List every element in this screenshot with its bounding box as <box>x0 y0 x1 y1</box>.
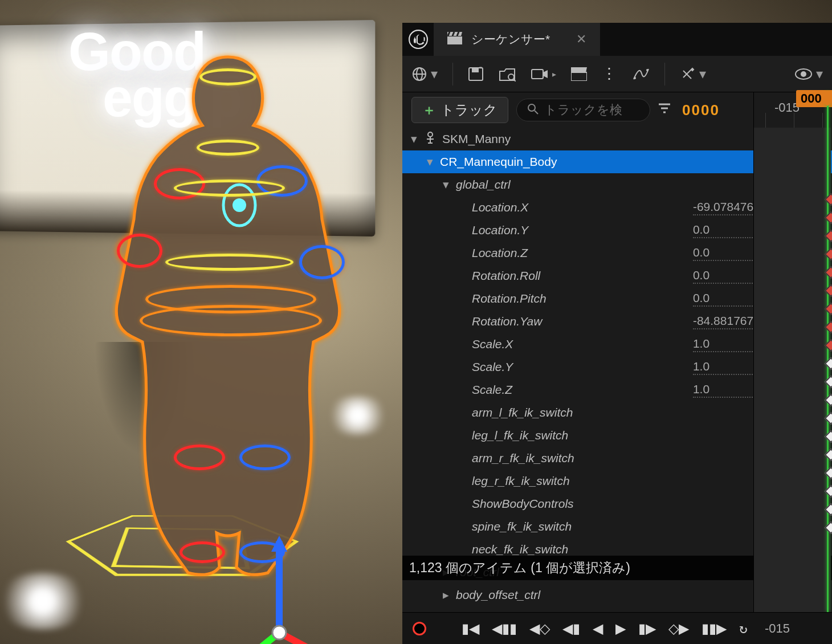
prev-key-button[interactable]: ◀▮▮ <box>492 621 517 637</box>
track-label: thigh_l_fk_ctrl <box>456 611 784 612</box>
tab-title: シーケンサー* <box>471 31 550 47</box>
expand-caret-icon[interactable] <box>441 611 450 612</box>
svg-point-29 <box>646 69 649 71</box>
unreal-logo-icon[interactable] <box>402 23 434 56</box>
expand-caret-icon[interactable] <box>441 588 450 602</box>
save-icon[interactable]: * <box>468 67 484 81</box>
step-fwd-button[interactable]: ▮▶ <box>638 621 656 637</box>
track-label: Rotation.Pitch <box>472 292 687 305</box>
track-label: Scale.Z <box>472 383 687 397</box>
timeline-footer: -015 <box>753 612 832 644</box>
playhead[interactable] <box>827 92 829 612</box>
tab-bar: シーケンサー* ✕ <box>402 23 832 56</box>
prev-key-alt-button[interactable]: ◀◇ <box>529 621 550 637</box>
track-label: Location.X <box>472 201 687 214</box>
svg-line-8 <box>279 633 365 644</box>
expand-caret-icon[interactable] <box>409 132 418 146</box>
add-track-label: トラック <box>441 101 497 119</box>
svg-point-32 <box>528 104 535 111</box>
svg-rect-25 <box>532 70 543 79</box>
track-label: arm_r_fk_ik_switch <box>472 451 765 465</box>
clapper-icon <box>447 32 462 47</box>
svg-line-6 <box>222 633 279 644</box>
add-track-button[interactable]: ＋ トラック <box>411 97 508 123</box>
track-label: ShowBodyControls <box>472 497 765 511</box>
track-label: neck_fk_ik_switch <box>472 543 765 556</box>
track-label: CR_Mannequin_Body <box>440 155 805 169</box>
mannequin-rig[interactable] <box>85 46 370 593</box>
timeline[interactable]: -015 0000 <box>753 92 831 612</box>
expand-caret-icon[interactable] <box>425 155 434 169</box>
next-key-alt-button[interactable]: ◇▶ <box>668 621 689 637</box>
track-label: Rotation.Yaw <box>472 315 687 328</box>
loop-button[interactable]: ↻ <box>739 621 747 637</box>
track-label: leg_r_fk_ik_switch <box>472 474 765 488</box>
svg-rect-21 <box>472 68 479 72</box>
filter-icon[interactable] <box>658 102 671 118</box>
track-label: Rotation.Roll <box>472 269 687 283</box>
svg-point-28 <box>634 77 636 79</box>
visibility-icon[interactable]: ▾ <box>794 66 823 82</box>
play-reverse-button[interactable]: ◀ <box>593 621 603 637</box>
svg-rect-12 <box>447 36 462 44</box>
skeleton-icon <box>424 132 437 147</box>
close-icon[interactable]: ✕ <box>576 32 586 47</box>
clapper-icon[interactable] <box>571 67 587 81</box>
track-label: Location.Z <box>472 246 687 260</box>
tab-sequencer[interactable]: シーケンサー* ✕ <box>434 23 600 56</box>
toolbar: ▾ * ▸ ⋮ ▾ ▾ <box>402 56 832 92</box>
track-label: arm_l_fk_ik_switch <box>472 406 765 419</box>
svg-line-33 <box>535 111 538 114</box>
time-ruler[interactable]: -015 0000 <box>754 92 831 128</box>
svg-rect-26 <box>571 72 587 81</box>
track-label: Scale.X <box>472 337 687 351</box>
svg-point-31 <box>801 71 806 77</box>
svg-marker-5 <box>271 536 287 552</box>
svg-point-10 <box>272 626 286 639</box>
current-frame-field[interactable]: 0000 <box>682 101 720 119</box>
search-field[interactable] <box>544 103 639 117</box>
svg-rect-27 <box>571 67 587 72</box>
svg-point-37 <box>428 132 433 137</box>
track-label: global_ctrl <box>456 178 784 191</box>
step-back-button[interactable]: ◀▮ <box>562 621 580 637</box>
track-label: body_offset_ctrl <box>456 588 784 602</box>
svg-text:*: * <box>479 67 482 73</box>
next-key-button[interactable]: ▮▮▶ <box>702 621 727 637</box>
track-label: spine_fk_ik_switch <box>472 520 765 533</box>
camera-icon[interactable]: ▸ <box>531 67 556 81</box>
chevron-down-icon: ▾ <box>431 66 438 82</box>
world-button[interactable]: ▾ <box>411 66 438 82</box>
settings-icon[interactable]: ▾ <box>680 66 706 82</box>
track-label: Location.Y <box>472 223 687 237</box>
svg-point-23 <box>508 74 514 80</box>
track-label: Scale.Y <box>472 360 687 374</box>
sequencer-panel: シーケンサー* ✕ ▾ * ▸ ⋮ ▾ ▾ ＋ トラック <box>402 23 832 644</box>
more-icon[interactable]: ⋮ <box>602 65 618 83</box>
search-input[interactable] <box>516 99 650 121</box>
track-label: SKM_Manny <box>442 132 805 146</box>
footer-frame: -015 <box>765 621 790 636</box>
play-button[interactable]: ▶ <box>615 621 626 637</box>
curve-editor-icon[interactable] <box>633 67 650 81</box>
track-label: leg_l_fk_ik_switch <box>472 429 765 442</box>
expand-caret-icon[interactable] <box>441 178 450 191</box>
svg-line-24 <box>513 79 516 81</box>
svg-point-3 <box>233 198 246 212</box>
search-icon <box>527 103 539 117</box>
plus-icon: ＋ <box>422 101 436 119</box>
transform-gizmo[interactable] <box>217 536 388 644</box>
go-to-start-button[interactable]: ▮◀ <box>462 621 479 637</box>
folder-search-icon[interactable] <box>499 67 516 81</box>
record-button[interactable] <box>413 622 426 635</box>
